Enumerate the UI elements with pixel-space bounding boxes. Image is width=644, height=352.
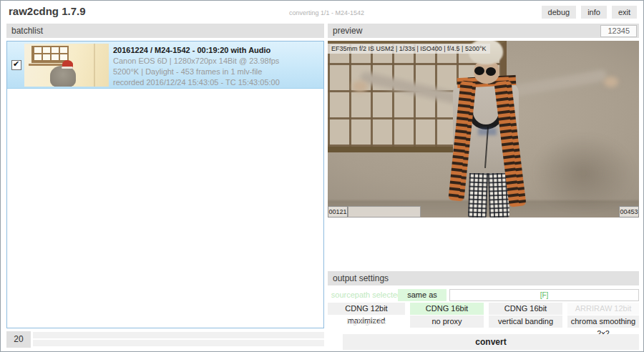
frame-scrubber[interactable]: 00121 00453 xyxy=(328,206,639,217)
total-frames-label: 00453 xyxy=(619,206,639,217)
photo-right-hand xyxy=(604,77,618,87)
format-cdng16max-button[interactable]: CDNG 16bit maximized xyxy=(489,303,562,315)
batchlist-panel: 20161224 / M24-1542 - 00:19:20 with Audi… xyxy=(6,41,324,328)
filename-pattern-input[interactable] xyxy=(449,289,639,301)
same-as-source-button[interactable]: same as source xyxy=(398,289,447,301)
photo-sunglasses-left-lens xyxy=(474,67,484,75)
frame-indicator: 12345 xyxy=(600,25,637,37)
photo-left-hand xyxy=(352,81,368,92)
preview-image: EF35mm f/2 IS USM2 | 1/33s | ISO400 | f/… xyxy=(328,41,639,217)
total-progress-bar xyxy=(33,340,324,346)
exit-button[interactable]: exit xyxy=(612,6,637,19)
debug-button[interactable]: debug xyxy=(542,6,577,19)
scrubber-fill[interactable] xyxy=(348,206,421,217)
batch-count-button[interactable]: 20 xyxy=(6,331,31,348)
batch-item-recorded-info: recorded 2016/12/24 15:43:05 - TC 15:43:… xyxy=(113,77,280,88)
chroma-smoothing-button[interactable]: chroma smoothing 2x2 xyxy=(567,316,639,328)
app-window: raw2cdng 1.7.9 converting 1/1 - M24-1542… xyxy=(0,0,644,352)
current-frame-label: 00121 xyxy=(328,206,348,217)
batchlist-header: batchlist xyxy=(6,24,324,38)
photo-right-arm xyxy=(504,69,608,99)
batch-item-wb-info: 5200°K | Daylight - 453 frames in 1 mlv-… xyxy=(113,67,280,77)
format-arriraw-button: ARRIRAW 12bit xyxy=(567,303,639,315)
batch-item[interactable]: 20161224 / M24-1542 - 00:19:20 with Audi… xyxy=(7,41,323,89)
batch-item-text: 20161224 / M24-1542 - 00:19:20 with Audi… xyxy=(113,45,280,88)
batch-item-thumbnail xyxy=(24,44,109,87)
file-progress-bar xyxy=(33,332,324,338)
batch-item-camera-info: Canon EOS 6D | 1280x720px 14Bit @ 23.98f… xyxy=(113,56,280,67)
thumb-wall-corner xyxy=(94,44,95,87)
info-button[interactable]: info xyxy=(581,6,607,19)
exif-overlay: EF35mm f/2 IS USM2 | 1/33s | ISO400 | f/… xyxy=(328,44,490,54)
converting-status: converting 1/1 - M24-1542 xyxy=(289,9,364,16)
app-title: raw2cdng 1.7.9 xyxy=(9,5,86,17)
preview-header: preview xyxy=(328,24,639,38)
format-cdng12max-button[interactable]: CDNG 12bit maximized xyxy=(328,303,405,315)
batch-item-title: 20161224 / M24-1542 - 00:19:20 with Audi… xyxy=(113,45,280,56)
thumb-shoji-window xyxy=(31,46,69,63)
photo-wall-shadow xyxy=(532,134,635,212)
titlebar-buttons: debug info exit xyxy=(542,6,637,19)
format-cdng16-button[interactable]: CDNG 16bit xyxy=(410,303,484,315)
vertical-banding-button[interactable]: vertical banding xyxy=(489,316,562,328)
proxy-button[interactable]: no proxy xyxy=(410,316,484,328)
convert-button[interactable]: convert xyxy=(343,334,639,350)
output-settings-header: output settings xyxy=(328,271,639,285)
sourcepath-status-label: sourcepath selected xyxy=(328,289,405,301)
photo-sunglasses-right-lens xyxy=(486,67,496,76)
thumb-person xyxy=(50,66,76,87)
highlight-fix-button: highlight fix xyxy=(328,316,405,328)
batch-item-checkbox[interactable] xyxy=(11,60,21,70)
thumb-santa-hat-trim xyxy=(62,67,73,69)
